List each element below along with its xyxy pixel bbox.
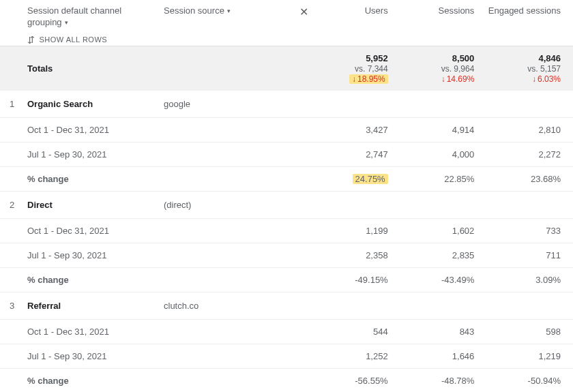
period-label: Oct 1 - Dec 31, 2021 — [27, 226, 164, 236]
engaged-value: 2,272 — [486, 149, 573, 160]
col-header-users[interactable]: Users — [314, 5, 400, 17]
table-row: % change -49.15% -43.49% 3.09% — [0, 268, 573, 292]
sessions-value: 4,000 — [400, 149, 487, 160]
table-row: Oct 1 - Dec 31, 2021 544 843 598 — [0, 320, 573, 344]
col-header-channel-grouping[interactable]: Session default channel grouping▾ — [27, 5, 158, 29]
engaged-value: 1,219 — [486, 351, 573, 361]
row-index: 1 — [0, 99, 27, 109]
sessions-change: 22.85% — [400, 174, 487, 184]
change-label: % change — [27, 275, 164, 285]
totals-label: Totals — [27, 63, 164, 74]
col-header-session-source[interactable]: Session source▾ — [164, 5, 231, 16]
row-index: 3 — [0, 301, 27, 311]
table-row[interactable]: 1 Organic Search google — [0, 91, 573, 118]
period-label: Oct 1 - Dec 31, 2021 — [27, 125, 164, 135]
period-label: Jul 1 - Sep 30, 2021 — [27, 149, 164, 160]
totals-users: 5,952 vs. 7,344 ↓18.95% — [314, 53, 388, 84]
table-row[interactable]: 2 Direct (direct) — [0, 192, 573, 219]
sessions-value: 1,602 — [400, 226, 487, 236]
users-change: -56.55% — [314, 376, 400, 386]
table-row: Jul 1 - Sep 30, 2021 1,252 1,646 1,219 — [0, 344, 573, 369]
users-change: 24.75% — [314, 174, 400, 184]
table-row: Jul 1 - Sep 30, 2021 2,358 2,835 711 — [0, 243, 573, 268]
period-label: Oct 1 - Dec 31, 2021 — [27, 327, 164, 337]
users-value: 544 — [314, 327, 400, 337]
totals-sessions-value: 8,500 — [452, 53, 475, 63]
show-all-rows-button[interactable]: ⇵ SHOW ALL ROWS — [27, 35, 158, 44]
sessions-change: -48.78% — [400, 376, 487, 386]
sessions-change: -43.49% — [400, 275, 487, 285]
totals-sessions: 8,500 vs. 9,964 ↓14.69% — [400, 53, 475, 84]
change-label: % change — [27, 376, 164, 386]
sort-icon: ⇵ — [27, 35, 35, 44]
totals-sessions-change: ↓14.69% — [441, 74, 475, 84]
table-row: Oct 1 - Dec 31, 2021 1,199 1,602 733 — [0, 219, 573, 243]
change-label: % change — [27, 174, 164, 184]
channel-name: Referral — [27, 301, 164, 311]
engaged-value: 733 — [486, 226, 573, 236]
engaged-change: -50.94% — [486, 376, 573, 386]
table-row: % change -56.55% -48.78% -50.94% — [0, 369, 573, 392]
table-row: Oct 1 - Dec 31, 2021 3,427 4,914 2,810 — [0, 118, 573, 142]
totals-users-vs: vs. 7,344 — [355, 64, 388, 74]
close-icon[interactable]: ✕ — [299, 6, 308, 18]
arrow-down-icon: ↓ — [352, 74, 356, 84]
engaged-value: 2,810 — [486, 125, 573, 135]
session-source: clutch.co — [164, 301, 293, 311]
period-label: Jul 1 - Sep 30, 2021 — [27, 250, 164, 260]
period-label: Jul 1 - Sep 30, 2021 — [27, 351, 164, 361]
totals-engaged: 4,846 vs. 5,157 ↓6.03% — [486, 53, 561, 84]
sessions-value: 1,646 — [400, 351, 487, 361]
totals-engaged-value: 4,846 — [538, 53, 561, 63]
session-source: (direct) — [164, 200, 293, 210]
chevron-down-icon: ▾ — [65, 19, 68, 26]
col-header-sessions[interactable]: Sessions — [400, 5, 487, 17]
users-value: 2,358 — [314, 250, 400, 260]
engaged-value: 598 — [486, 327, 573, 337]
totals-users-value: 5,952 — [366, 53, 388, 63]
table-header-row: Session default channel grouping▾ ⇵ SHOW… — [0, 0, 573, 46]
col-header-engaged-sessions[interactable]: Engaged sessions — [486, 5, 573, 17]
analytics-table: Session default channel grouping▾ ⇵ SHOW… — [0, 0, 573, 392]
sessions-value: 2,835 — [400, 250, 487, 260]
users-value: 1,199 — [314, 226, 400, 236]
channel-name: Organic Search — [27, 99, 164, 109]
row-index: 2 — [0, 200, 27, 210]
engaged-change: 23.68% — [486, 174, 573, 184]
totals-users-change: ↓18.95% — [349, 74, 388, 84]
sessions-value: 843 — [400, 327, 487, 337]
sessions-value: 4,914 — [400, 125, 487, 135]
table-row[interactable]: 3 Referral clutch.co — [0, 292, 573, 320]
users-value: 3,427 — [314, 125, 400, 135]
engaged-value: 711 — [486, 250, 573, 260]
users-value: 2,747 — [314, 149, 400, 160]
totals-engaged-vs: vs. 5,157 — [527, 64, 561, 74]
table-row: % change 24.75% 22.85% 23.68% — [0, 167, 573, 192]
engaged-change: 3.09% — [486, 275, 573, 285]
arrow-down-icon: ↓ — [532, 74, 536, 84]
totals-sessions-vs: vs. 9,964 — [441, 64, 475, 74]
show-all-rows-label: SHOW ALL ROWS — [40, 35, 108, 44]
table-row: Jul 1 - Sep 30, 2021 2,747 4,000 2,272 — [0, 142, 573, 167]
arrow-down-icon: ↓ — [441, 74, 445, 84]
col-header-source-text: Session source — [164, 5, 224, 16]
col-header-channel-text: Session default channel grouping — [27, 5, 121, 27]
chevron-down-icon: ▾ — [227, 7, 231, 14]
users-value: 1,252 — [314, 351, 400, 361]
totals-engaged-change: ↓6.03% — [532, 74, 561, 84]
users-change: -49.15% — [314, 275, 400, 285]
session-source: google — [164, 99, 293, 109]
totals-row: Totals 5,952 vs. 7,344 ↓18.95% 8,500 vs.… — [0, 46, 573, 91]
channel-name: Direct — [27, 200, 164, 210]
